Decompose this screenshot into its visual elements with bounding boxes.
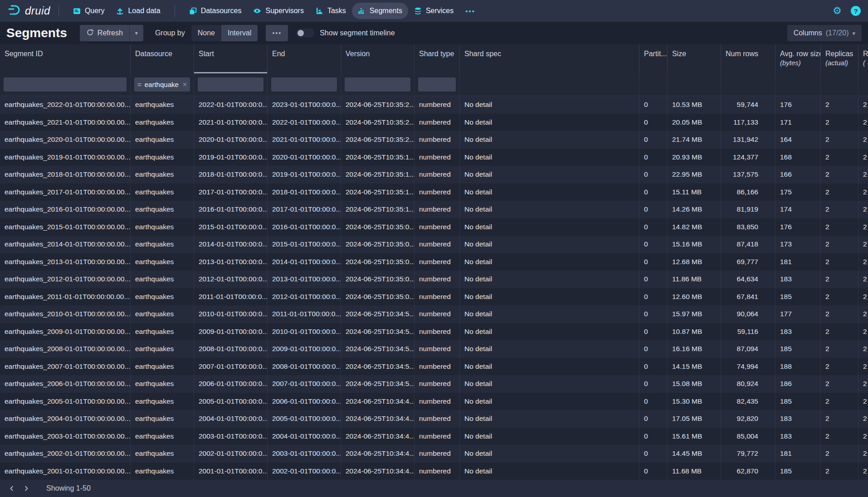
avg-row-size-cell[interactable]: 188 (775, 358, 821, 376)
end-cell[interactable]: 2005-01-01T00:00:0... (268, 410, 341, 428)
partition-cell[interactable]: 0 (639, 201, 668, 218)
replicas-cell[interactable]: 2 (821, 375, 858, 393)
start-cell[interactable]: 2007-01-01T00:00:0... (194, 358, 268, 376)
segment-id-cell[interactable]: earthquakes_2001-01-01T00:00:00.00... (0, 463, 131, 480)
column-header-start[interactable]: Start (194, 44, 268, 73)
version-cell[interactable]: 2024-06-25T10:35:2... (341, 131, 414, 149)
end-cell[interactable]: 2010-01-01T00:00:0... (268, 323, 341, 341)
version-cell[interactable]: 2024-06-25T10:35:0... (341, 270, 414, 288)
end-cell[interactable]: 2009-01-01T00:00:0... (268, 340, 341, 358)
start-filter-input[interactable] (198, 77, 263, 92)
table-row[interactable]: earthquakes_2001-01-01T00:00:00.00... ea… (0, 463, 868, 480)
size-cell[interactable]: 11.68 MB (668, 463, 721, 480)
column-header-avg-row-size[interactable]: Avg. row size(bytes) (775, 44, 821, 73)
segment-id-cell[interactable]: earthquakes_2012-01-01T00:00:00.00... (0, 270, 131, 288)
num-rows-cell[interactable]: 74,994 (721, 358, 775, 376)
shard-type-cell[interactable]: numbered (414, 463, 460, 480)
shard-type-cell[interactable]: numbered (414, 410, 460, 428)
nav-item-load-data[interactable]: Load data (110, 3, 166, 19)
end-cell[interactable]: 2017-01-01T00:00:0... (268, 201, 341, 218)
clipped-cell[interactable]: 2 (858, 428, 868, 445)
version-cell[interactable]: 2024-06-25T10:34:4... (341, 428, 414, 445)
size-cell[interactable]: 22.95 MB (668, 166, 721, 183)
segment-id-cell[interactable]: earthquakes_2017-01-01T00:00:00.00... (0, 183, 131, 201)
nav-item-supervisors[interactable]: Supervisors (247, 3, 309, 19)
gear-icon[interactable]: ⚙ (833, 6, 842, 16)
shard-spec-cell[interactable]: No detail (460, 428, 639, 445)
table-row[interactable]: earthquakes_2021-01-01T00:00:00.00... ea… (0, 114, 868, 131)
end-cell[interactable]: 2020-01-01T00:00:0... (268, 149, 341, 166)
avg-row-size-cell[interactable]: 175 (775, 183, 821, 201)
num-rows-cell[interactable]: 87,418 (721, 236, 775, 253)
avg-row-size-cell[interactable]: 186 (775, 375, 821, 393)
avg-row-size-cell[interactable]: 185 (775, 463, 821, 480)
group-by-interval-button[interactable]: Interval (221, 25, 258, 41)
num-rows-cell[interactable]: 67,841 (721, 288, 775, 306)
table-row[interactable]: earthquakes_2022-01-01T00:00:00.00... ea… (0, 96, 868, 114)
segment-id-cell[interactable]: earthquakes_2018-01-01T00:00:00.00... (0, 166, 131, 183)
partition-cell[interactable]: 0 (639, 114, 668, 131)
segment-id-cell[interactable]: earthquakes_2013-01-01T00:00:00.00... (0, 253, 131, 271)
num-rows-cell[interactable]: 62,870 (721, 463, 775, 480)
size-cell[interactable]: 15.16 MB (668, 236, 721, 253)
table-row[interactable]: earthquakes_2014-01-01T00:00:00.00... ea… (0, 236, 868, 253)
clipped-cell[interactable]: 2 (858, 218, 868, 236)
size-cell[interactable]: 11.86 MB (668, 270, 721, 288)
segment-id-cell[interactable]: earthquakes_2014-01-01T00:00:00.00... (0, 236, 131, 253)
column-header-num-rows[interactable]: Num rows (721, 44, 775, 73)
end-cell[interactable]: 2023-01-01T00:00:0... (268, 96, 341, 114)
avg-row-size-cell[interactable]: 183 (775, 410, 821, 428)
num-rows-cell[interactable]: 86,166 (721, 183, 775, 201)
table-row[interactable]: earthquakes_2003-01-01T00:00:00.00... ea… (0, 428, 868, 445)
end-cell[interactable]: 2008-01-01T00:00:0... (268, 358, 341, 376)
end-cell[interactable]: 2022-01-01T00:00:0... (268, 114, 341, 131)
partition-cell[interactable]: 0 (639, 375, 668, 393)
end-cell[interactable]: 2002-01-01T00:00:0... (268, 463, 341, 480)
shard-spec-cell[interactable]: No detail (460, 253, 639, 271)
table-row[interactable]: earthquakes_2013-01-01T00:00:00.00... ea… (0, 253, 868, 271)
datasource-cell[interactable]: earthquakes (131, 323, 194, 341)
shard-type-cell[interactable]: numbered (414, 166, 460, 183)
shard-type-cell[interactable]: numbered (414, 253, 460, 271)
shard-spec-cell[interactable]: No detail (460, 288, 639, 306)
end-cell[interactable]: 2021-01-01T00:00:0... (268, 131, 341, 149)
column-header-datasource[interactable]: Datasource (131, 44, 194, 73)
partition-cell[interactable]: 0 (639, 393, 668, 410)
start-cell[interactable]: 2017-01-01T00:00:0... (194, 183, 268, 201)
end-cell[interactable]: 2013-01-01T00:00:0... (268, 270, 341, 288)
replicas-cell[interactable]: 2 (821, 358, 858, 376)
shard-spec-cell[interactable]: No detail (460, 96, 639, 114)
table-row[interactable]: earthquakes_2019-01-01T00:00:00.00... ea… (0, 149, 868, 166)
clipped-cell[interactable]: 2 (858, 114, 868, 131)
size-cell[interactable]: 12.60 MB (668, 288, 721, 306)
help-icon[interactable]: ? (851, 6, 861, 16)
segment-id-cell[interactable]: earthquakes_2016-01-01T00:00:00.00... (0, 201, 131, 218)
nav-item-tasks[interactable]: Tasks (310, 3, 352, 19)
nav-item-query[interactable]: Query (67, 3, 111, 19)
avg-row-size-cell[interactable]: 181 (775, 445, 821, 463)
partition-cell[interactable]: 0 (639, 253, 668, 271)
shard-spec-cell[interactable]: No detail (460, 149, 639, 166)
shard-type-cell[interactable]: numbered (414, 218, 460, 236)
end-cell[interactable]: 2011-01-01T00:00:0... (268, 305, 341, 323)
datasource-cell[interactable]: earthquakes (131, 358, 194, 376)
clipped-cell[interactable]: 2 (858, 305, 868, 323)
shard-type-cell[interactable]: numbered (414, 201, 460, 218)
partition-cell[interactable]: 0 (639, 463, 668, 480)
segment-id-cell[interactable]: earthquakes_2002-01-01T00:00:00.00... (0, 445, 131, 463)
table-row[interactable]: earthquakes_2008-01-01T00:00:00.00... ea… (0, 340, 868, 358)
partition-cell[interactable]: 0 (639, 149, 668, 166)
shard-type-cell[interactable]: numbered (414, 131, 460, 149)
datasource-cell[interactable]: earthquakes (131, 201, 194, 218)
size-cell[interactable]: 10.53 MB (668, 96, 721, 114)
shard-spec-cell[interactable]: No detail (460, 201, 639, 218)
datasource-filter-tag[interactable]: = earthquake × (134, 77, 190, 92)
column-header-version[interactable]: Version (341, 44, 414, 73)
start-cell[interactable]: 2012-01-01T00:00:0... (194, 270, 268, 288)
avg-row-size-cell[interactable]: 185 (775, 393, 821, 410)
version-cell[interactable]: 2024-06-25T10:34:5... (341, 375, 414, 393)
shard-type-cell[interactable]: numbered (414, 428, 460, 445)
datasource-cell[interactable]: earthquakes (131, 393, 194, 410)
clipped-cell[interactable]: 2 (858, 375, 868, 393)
version-cell[interactable]: 2024-06-25T10:34:4... (341, 445, 414, 463)
